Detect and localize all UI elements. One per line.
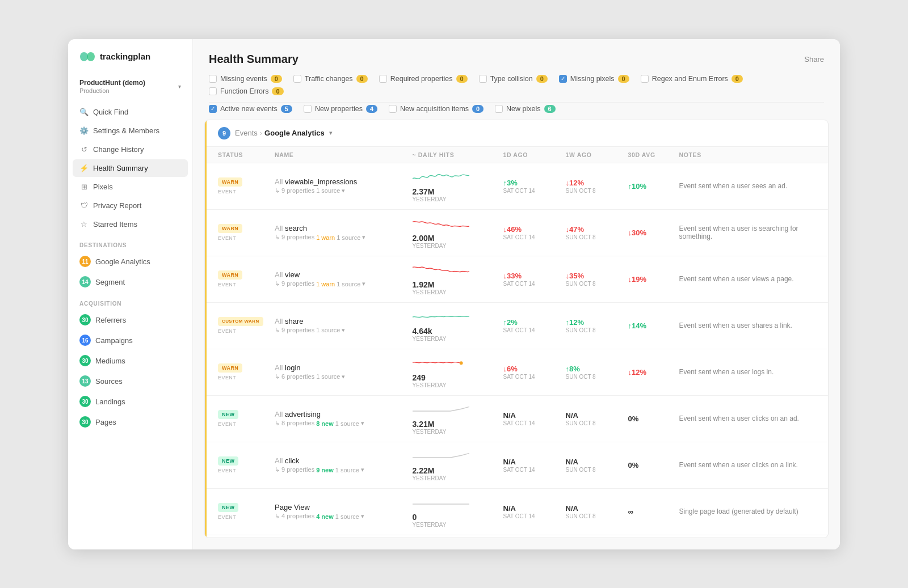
filter-type-collision[interactable]: Type collision 0 xyxy=(479,75,548,83)
sidebar-item-google-analytics[interactable]: 11 Google Analytics xyxy=(73,252,188,271)
filter-required-properties[interactable]: Required properties 0 xyxy=(379,75,468,83)
landings-label: Landings xyxy=(95,397,125,406)
history-icon: ↺ xyxy=(79,145,89,154)
1d-ago-date: SAT OCT 14 xyxy=(503,234,566,240)
1w-ago-date: SUN OCT 8 xyxy=(566,467,628,473)
workspace-env: Production xyxy=(79,87,145,94)
filter-checkbox-type-collision[interactable] xyxy=(479,75,487,83)
filter-checkbox-new-properties[interactable] xyxy=(304,105,312,113)
logo-text: trackingplan xyxy=(100,52,150,61)
filter-new-acquisition-items[interactable]: New acquisition items 0 xyxy=(389,105,484,113)
sidebar-item-privacy-report[interactable]: 🛡 Privacy Report xyxy=(73,197,188,214)
sidebar-nav: 🔍 Quick Find ⚙️ Settings & Members ↺ Cha… xyxy=(68,103,192,234)
sidebar-item-mediums[interactable]: 30 Mediums xyxy=(73,351,188,370)
filter-row-3: ✓ Active new events 5 New properties 4 N… xyxy=(209,102,824,113)
segment-label: Segment xyxy=(95,278,125,286)
hits-label: YESTERDAY xyxy=(413,475,503,481)
1w-ago-col: ↓47% SUN OCT 8 xyxy=(566,225,628,240)
event-name-col[interactable]: All advertising ↳ 8 properties 8 new 1 s… xyxy=(275,410,413,427)
filter-label-required-properties: Required properties xyxy=(390,75,453,83)
sidebar-item-pages[interactable]: 30 Pages xyxy=(73,412,188,432)
1w-ago-col: N/A SUN OCT 8 xyxy=(566,458,628,473)
sidebar-item-health-summary[interactable]: ⚡ Health Summary xyxy=(73,159,188,177)
filter-checkbox-new-acquisition-items[interactable] xyxy=(389,105,397,113)
event-name-col[interactable]: All view ↳ 9 properties 1 warn 1 source … xyxy=(275,270,413,287)
filter-new-properties[interactable]: New properties 4 xyxy=(304,105,377,113)
table-header: STATUS NAME ~ DAILY HITS 1D AGO 1W AGO 3… xyxy=(207,147,828,163)
filter-missing-events[interactable]: Missing events 0 xyxy=(209,75,282,83)
filter-traffic-changes[interactable]: Traffic changes 0 xyxy=(293,75,368,83)
sidebar-item-landings[interactable]: 30 Landings xyxy=(73,392,188,411)
filter-checkbox-new-pixels[interactable] xyxy=(495,105,503,113)
nav-label-change-history: Change History xyxy=(93,145,144,154)
sidebar-item-referrers[interactable]: 30 Referrers xyxy=(73,310,188,329)
breadcrumb-dropdown-icon[interactable]: ▾ xyxy=(329,129,333,137)
30d-avg-col: 0% xyxy=(628,414,679,423)
sidebar-item-settings[interactable]: ⚙️ Settings & Members xyxy=(73,122,188,139)
sidebar-item-starred-items[interactable]: ☆ Starred Items xyxy=(73,215,188,233)
table-row[interactable]: WARN EVENT All viewable_impressions ↳ 9 … xyxy=(207,163,828,210)
filter-checkbox-regex-enum[interactable] xyxy=(641,75,649,83)
filter-checkbox-traffic-changes[interactable] xyxy=(293,75,301,83)
sidebar-item-quick-find[interactable]: 🔍 Quick Find xyxy=(73,103,188,121)
filter-checkbox-active-new-events[interactable]: ✓ xyxy=(209,105,217,113)
1w-ago-val: ↑8% xyxy=(566,365,628,373)
table-row[interactable]: NEW EVENT All advertising ↳ 8 properties… xyxy=(207,396,828,442)
filter-checkbox-missing-pixels[interactable]: ✓ xyxy=(559,75,567,83)
event-type-label: EVENT xyxy=(218,375,236,380)
1d-ago-val: ↓46% xyxy=(503,225,566,234)
nav-label-privacy-report: Privacy Report xyxy=(93,201,141,210)
event-name-col[interactable]: All viewable_impressions ↳ 9 properties … xyxy=(275,177,413,194)
search-icon: 🔍 xyxy=(79,108,89,116)
event-type-label: EVENT xyxy=(218,282,236,287)
hits-col: 1.92M YESTERDAY xyxy=(413,280,503,295)
sidebar-item-pixels[interactable]: ⊞ Pixels xyxy=(73,178,188,196)
share-button[interactable]: Share xyxy=(804,55,824,64)
sidebar-item-change-history[interactable]: ↺ Change History xyxy=(73,141,188,158)
1d-ago-date: SAT OCT 14 xyxy=(503,281,566,287)
sidebar-item-campaigns[interactable]: 16 Campaigns xyxy=(73,331,188,350)
hits-label: YESTERDAY xyxy=(413,522,503,528)
event-meta: ↳ 9 properties 1 warn 1 source ▾ xyxy=(275,280,413,287)
table-row[interactable]: WARN EVENT All search ↳ 9 properties 1 w… xyxy=(207,210,828,256)
campaigns-badge: 16 xyxy=(79,335,91,346)
filter-checkbox-required-properties[interactable] xyxy=(379,75,387,83)
shield-icon: 🛡 xyxy=(79,201,89,210)
sparkline-col: 249 YESTERDAY xyxy=(413,356,503,388)
table-row[interactable]: CUSTOM WARN EVENT All share ↳ 9 properti… xyxy=(207,303,828,349)
filter-label-function-errors: Function Errors xyxy=(220,87,268,95)
hits-label: YESTERDAY xyxy=(413,382,503,388)
filter-function-errors[interactable]: Function Errors 0 xyxy=(209,87,284,95)
event-name-col[interactable]: All click ↳ 9 properties 9 new 1 source … xyxy=(275,456,413,473)
event-name-col[interactable]: All login ↳ 6 properties 1 source ▾ xyxy=(275,363,413,380)
filter-missing-pixels[interactable]: ✓ Missing pixels 0 xyxy=(559,75,629,83)
1w-ago-val: N/A xyxy=(566,458,628,466)
filter-regex-enum[interactable]: Regex and Enum Errors 0 xyxy=(641,75,743,83)
filter-badge-required-properties: 0 xyxy=(456,75,468,83)
acquisition-section-title: ACQUISITION xyxy=(68,293,192,310)
filter-active-new-events[interactable]: ✓ Active new events 5 xyxy=(209,105,292,113)
table-row[interactable]: NEW EVENT All click ↳ 9 properties 9 new… xyxy=(207,442,828,489)
1w-ago-date: SUN OCT 8 xyxy=(566,374,628,380)
count-badge: 9 xyxy=(218,127,230,139)
status-col: WARN EVENT xyxy=(218,363,275,380)
1d-ago-col: ↑2% SAT OCT 14 xyxy=(503,318,566,333)
sidebar-item-sources[interactable]: 13 Sources xyxy=(73,371,188,391)
sidebar-item-segment[interactable]: 14 Segment xyxy=(73,272,188,291)
table-row[interactable]: NEW EVENT Page View ↳ 4 properties 4 new… xyxy=(207,489,828,535)
1d-ago-val: ↓6% xyxy=(503,365,566,373)
workspace-selector[interactable]: ProductHunt (demo) Production ▾ xyxy=(68,74,192,99)
event-name-col[interactable]: Page View ↳ 4 properties 4 new 1 source … xyxy=(275,503,413,520)
event-name-col[interactable]: All search ↳ 9 properties 1 warn 1 sourc… xyxy=(275,224,413,241)
table-row[interactable]: WARN EVENT All view ↳ 9 properties 1 war… xyxy=(207,256,828,303)
event-name-col[interactable]: All share ↳ 9 properties 1 source ▾ xyxy=(275,317,413,334)
status-col: CUSTOM WARN EVENT xyxy=(218,317,275,334)
destinations-section-title: DESTINATIONS xyxy=(68,234,192,252)
event-name: All search xyxy=(275,224,413,232)
1d-ago-col: ↓33% SAT OCT 14 xyxy=(503,272,566,287)
table-row[interactable]: WARN EVENT All login ↳ 6 properties 1 so… xyxy=(207,349,828,396)
filter-checkbox-missing-events[interactable] xyxy=(209,75,217,83)
event-meta: ↳ 9 properties 9 new 1 source ▾ xyxy=(275,466,413,473)
filter-checkbox-function-errors[interactable] xyxy=(209,87,217,95)
filter-new-pixels[interactable]: New pixels 6 xyxy=(495,105,556,113)
